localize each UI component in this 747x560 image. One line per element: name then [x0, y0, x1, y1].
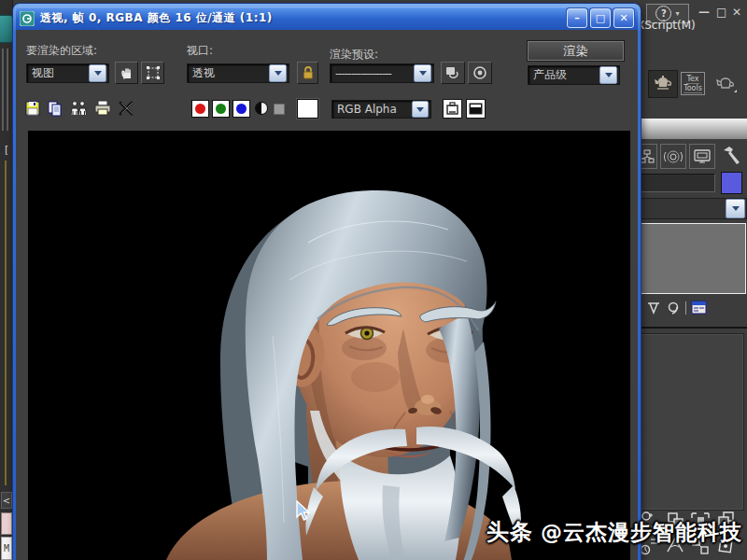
split-screen-icon — [469, 102, 483, 116]
display-monitor-icon — [693, 148, 712, 165]
chevron-down-icon — [275, 71, 282, 76]
chevron-down-icon — [732, 206, 740, 211]
watermark-prefix: 头条 — [486, 519, 533, 545]
maximize-button[interactable]: □ — [590, 8, 611, 28]
mini-listener-collapse-button[interactable]: < — [1, 492, 12, 509]
green-channel-button[interactable] — [212, 100, 230, 118]
panel-edge-line — [5, 161, 7, 485]
tab-motion[interactable] — [660, 144, 686, 169]
make-unique-icon[interactable] — [666, 301, 681, 315]
save-preset-button[interactable] — [441, 62, 465, 84]
clone-people-icon[interactable] — [69, 100, 88, 117]
chevron-down-icon — [416, 107, 424, 112]
render-setup-button[interactable] — [648, 70, 678, 98]
red-channel-button[interactable] — [191, 100, 209, 118]
app-maximize-button[interactable]: □ — [716, 6, 726, 19]
render-region-icon — [146, 65, 161, 80]
monochrome-button[interactable] — [274, 104, 285, 115]
chevron-down-icon — [419, 71, 427, 76]
alpha-channel-button[interactable] — [255, 102, 268, 115]
dropdown-button[interactable] — [414, 64, 431, 82]
lock-viewport-button[interactable] — [297, 62, 318, 84]
chevron-down-icon: ▾ — [675, 9, 679, 18]
lock-icon — [302, 65, 315, 80]
tab-utilities[interactable] — [718, 143, 744, 169]
menu-item-maxscript[interactable]: XScript(M) — [637, 19, 696, 32]
motion-waves-icon — [664, 148, 683, 165]
show-end-result-icon[interactable] — [646, 301, 661, 315]
pan-hand-icon — [120, 65, 134, 80]
preset-options-icon — [472, 65, 487, 80]
minimize-button[interactable]: – — [567, 8, 587, 28]
edit-region-button[interactable] — [141, 62, 164, 84]
chevron-down-icon — [605, 73, 613, 77]
toolbar-grip[interactable] — [2, 49, 11, 131]
textools-button[interactable]: Tex Tools — [681, 72, 705, 95]
layers-button[interactable] — [443, 99, 462, 119]
rendered-image — [28, 131, 630, 560]
blue-channel-button[interactable] — [233, 100, 250, 118]
dropdown-button[interactable] — [89, 64, 106, 82]
delete-icon[interactable] — [118, 100, 134, 117]
watermark-handle: @云杰漫步智能科技 — [541, 520, 742, 544]
watermark: 头条@云杰漫步智能科技 — [486, 517, 742, 547]
render-window-titlebar[interactable]: 透视, 帧 0, RGBA 颜色 16 位/通道 (1:1) – □ ✕ — [16, 7, 638, 30]
dropdown-button[interactable] — [269, 64, 287, 82]
area-to-render-dropdown[interactable]: 视图 — [26, 63, 109, 83]
render-preset-dropdown[interactable]: ------------------ — [330, 63, 434, 83]
viewport-dropdown[interactable]: 透视 — [187, 63, 289, 83]
print-icon[interactable] — [93, 100, 112, 117]
modifier-list-dropdown[interactable] — [635, 198, 747, 219]
modifier-stack-list[interactable] — [637, 223, 746, 294]
area-to-render-label: 要渲染的区域: — [26, 43, 97, 59]
configure-modifier-sets-icon[interactable] — [691, 301, 708, 315]
background-color-swatch[interactable] — [297, 99, 318, 119]
channel-display-dropdown[interactable]: RGB Alpha — [331, 100, 431, 119]
maxscript-listener-macro-pane[interactable] — [1, 512, 12, 535]
rendered-head-3d — [28, 131, 630, 560]
maxscript-listener-pane[interactable]: M — [1, 537, 12, 560]
panel-divider — [641, 327, 747, 329]
dropdown-button[interactable] — [412, 101, 429, 118]
teapot-icon — [653, 76, 673, 92]
preset-save-icon — [444, 65, 461, 80]
split-screen-button[interactable] — [466, 99, 486, 119]
hierarchy-icon — [640, 149, 655, 164]
preset-options-button[interactable] — [468, 62, 492, 84]
render-preset-label: 渲染预设: — [330, 47, 378, 63]
chevron-down-icon — [94, 71, 102, 76]
pan-button[interactable] — [115, 62, 138, 84]
textools-label-1: Tex — [686, 75, 698, 84]
render-button[interactable]: 渲染 — [528, 41, 624, 61]
textools-label-2: Tools — [684, 84, 702, 93]
mouse-cursor — [295, 500, 312, 523]
image-file-toolbar — [24, 99, 136, 118]
render-quality-dropdown[interactable]: 产品级 — [528, 65, 620, 85]
modifier-stack-toolbar — [641, 298, 745, 318]
app-close-button[interactable]: ✕ — [732, 6, 741, 19]
hammer-icon — [720, 145, 742, 167]
object-color-swatch[interactable] — [721, 172, 742, 194]
dropdown-button[interactable] — [599, 66, 617, 84]
render-flyout-button[interactable] — [711, 72, 740, 98]
copy-icon[interactable] — [47, 100, 63, 117]
layers-icon — [445, 102, 459, 116]
panel-gradient-band — [641, 119, 747, 139]
app-minimize-button[interactable]: — — [698, 6, 710, 19]
blue-dot-icon — [236, 104, 247, 114]
separator — [685, 301, 686, 315]
save-icon[interactable] — [24, 100, 41, 117]
green-dot-icon — [216, 104, 226, 114]
render-window-app-icon — [20, 11, 35, 26]
teapot-outline-icon — [714, 76, 737, 94]
app-logo-icon — [0, 15, 13, 43]
dropdown-button[interactable] — [726, 199, 745, 218]
tab-display[interactable] — [689, 144, 715, 169]
viewport-label: 视口: — [187, 43, 213, 59]
screen: ? ▾ — □ ✕ XScript(M) Tex Tools — [0, 0, 747, 560]
close-button[interactable]: ✕ — [613, 8, 634, 28]
separator — [641, 301, 641, 315]
red-dot-icon — [195, 104, 205, 114]
rollout-panel — [639, 333, 744, 511]
object-name-field[interactable] — [637, 174, 715, 192]
